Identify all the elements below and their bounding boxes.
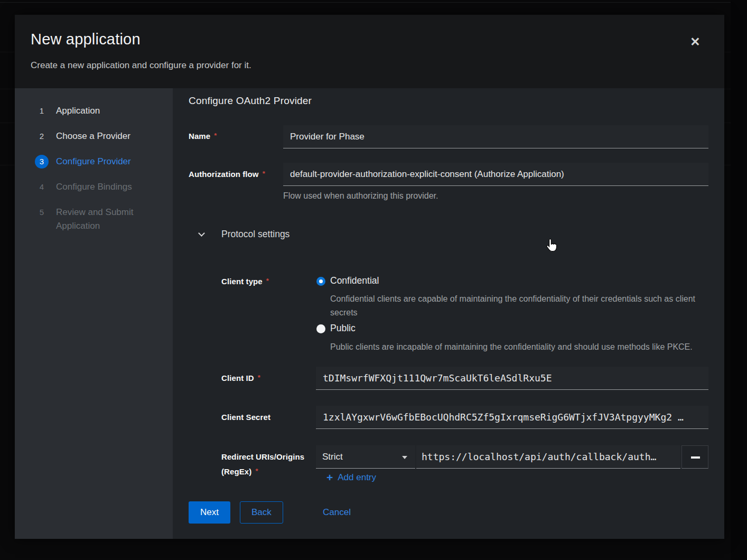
step-number: 3 [35,155,49,169]
step-number: 1 [35,104,49,118]
step-label: Application [56,104,100,118]
required-asterisk: * [263,170,265,178]
name-field[interactable] [283,125,708,148]
step-label: Configure Bindings [56,180,132,194]
wizard-step-review-submit[interactable]: 5 Review and Submit Application [35,206,173,235]
client-secret-field[interactable] [316,406,708,429]
modal-header: New application Create a new application… [15,15,724,88]
add-entry-button[interactable]: + Add entry [326,472,376,483]
plus-icon: + [326,472,333,483]
step-label: Review and Submit Application [56,206,154,233]
client-id-label: Client ID* [221,374,260,382]
radio-confidential-help: Confidential clients are capable of main… [330,292,700,320]
cancel-button[interactable]: Cancel [321,501,353,524]
redirect-url-field[interactable] [416,445,680,469]
required-asterisk: * [258,374,260,381]
step-number: 5 [35,206,49,219]
step-label: Configure Provider [56,155,131,169]
backdrop-strip [731,0,747,560]
step-label: Choose a Provider [56,129,130,143]
backdrop-divider [0,2,747,3]
authorization-flow-help: Flow used when authorizing this provider… [283,191,438,201]
name-label: Name* [189,132,217,141]
modal-subtitle: Create a new application and configure a… [31,60,251,71]
wizard-step-choose-provider[interactable]: 2 Choose a Provider [35,129,173,143]
client-type-label: Client type* [221,277,269,286]
required-asterisk: * [266,277,269,285]
radio-public-help: Public clients are incapable of maintain… [330,340,700,354]
protocol-settings-toggle[interactable]: Protocol settings [221,229,290,240]
wizard-step-application[interactable]: 1 Application [35,104,173,118]
chevron-down-icon[interactable] [199,231,205,237]
wizard-content: Configure OAuth2 Provider Name* Authoriz… [173,88,724,539]
wizard-step-configure-bindings[interactable]: 4 Configure Bindings [35,180,173,194]
authorization-flow-field[interactable] [283,163,708,186]
caret-down-icon [402,456,407,459]
remove-entry-button[interactable] [681,445,708,469]
step-number: 4 [35,180,49,194]
client-secret-label: Client Secret [221,413,270,422]
radio-confidential[interactable] [316,277,325,286]
radio-public[interactable] [316,324,325,333]
next-button[interactable]: Next [189,501,230,524]
step-number: 2 [35,129,49,143]
redirect-mode-select[interactable]: Strict [316,445,415,469]
client-id-field[interactable] [316,367,708,390]
redirect-uris-label-line1: Redirect URIs/Origins [221,452,304,461]
modal-title: New application [31,31,141,48]
required-asterisk: * [214,132,217,139]
close-icon[interactable]: ✕ [686,33,704,51]
wizard: 1 Application 2 Choose a Provider 3 Conf… [15,88,724,539]
authorization-flow-label: Authorization flow* [189,170,265,179]
radio-confidential-label[interactable]: Confidential [330,275,379,286]
wizard-step-nav: 1 Application 2 Choose a Provider 3 Conf… [15,88,173,539]
new-application-modal: New application Create a new application… [15,15,724,539]
minus-icon [691,456,700,459]
back-button[interactable]: Back [240,501,283,524]
radio-public-label[interactable]: Public [330,323,356,334]
page-title: Configure OAuth2 Provider [189,95,312,107]
required-asterisk: * [255,467,258,475]
wizard-step-configure-provider[interactable]: 3 Configure Provider [35,155,173,169]
redirect-uris-label-line2: (RegEx)* [221,467,258,476]
